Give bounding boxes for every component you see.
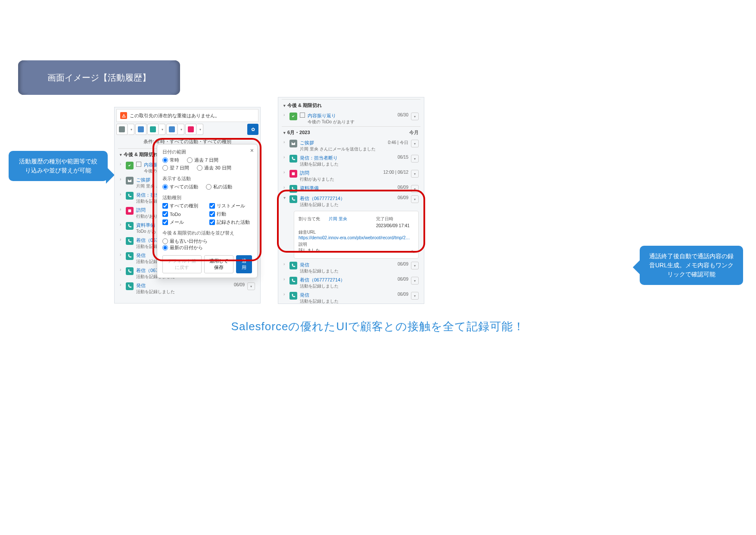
item-menu-button[interactable]: ▾ xyxy=(411,140,419,147)
item-title[interactable]: ご挨拶 xyxy=(300,140,385,146)
toolbar-note-button[interactable] xyxy=(135,124,146,135)
phone-icon xyxy=(126,252,134,260)
detail-url-value[interactable]: https://demo02.innov-era.com/pbx/webroot… xyxy=(299,235,414,240)
section-upcoming-label: 今後 & 期限切れ xyxy=(287,102,322,109)
toolbar-mail-dropdown[interactable]: ▾ xyxy=(128,124,134,135)
toolbar-mail-button[interactable] xyxy=(116,124,128,135)
footer-caption: Salesforceの優れたUIで顧客との接触を全て記録可能！ xyxy=(0,319,756,334)
item-meta: 06/15 xyxy=(398,155,408,160)
timeline-row[interactable]: › 発信 活動を記録しました 06/09 ▾ xyxy=(282,291,420,304)
edit-icon[interactable]: ✎ xyxy=(411,249,415,255)
mail-icon xyxy=(119,126,125,132)
toolbar-list-dropdown[interactable]: ▾ xyxy=(178,124,184,135)
section-month[interactable]: ▾ 6月・2023 今月 xyxy=(282,126,420,138)
todo-checkbox[interactable] xyxy=(300,113,305,118)
phone-icon xyxy=(289,262,297,269)
month-tag: 今月 xyxy=(409,129,419,136)
filter-activity-type-label: 活動種別 xyxy=(162,194,252,201)
activity-toolbar: ▾ ▾ ▾ ▾ ✿ xyxy=(116,124,258,135)
timeline-row-expanded[interactable]: ▾ 着信（0677772714） 活動を記録しました 06/09 ▾ xyxy=(282,194,420,209)
item-subtitle: 活動を記録しました xyxy=(300,161,395,167)
detail-desc-label: 説明 xyxy=(299,241,329,247)
timeline-row[interactable]: › 着信（0677772714） 活動を記録しました 06/09 ▾ xyxy=(282,275,420,291)
popover-reset-button[interactable]: デフォルト値に戻す xyxy=(162,255,202,273)
chevron-right-icon: › xyxy=(283,170,287,175)
detail-assignee-value[interactable]: 片岡 里央 xyxy=(329,216,376,222)
timeline-row[interactable]: › 発信：担当者断り 活動を記録しました 06/15 ▾ xyxy=(282,153,420,169)
toolbar-settings-button[interactable]: ✿ xyxy=(247,124,258,135)
page-title: 画面イメージ【活動履歴】 xyxy=(47,72,151,84)
chk-type-todo[interactable]: ToDo xyxy=(162,211,205,217)
chk-type-all[interactable]: すべての種別 xyxy=(162,203,205,209)
popover-save-button[interactable]: 適用して保存 xyxy=(204,255,233,273)
item-subtitle: 今後の ToDo があります xyxy=(308,119,395,125)
toolbar-list-button[interactable] xyxy=(166,124,177,135)
section-upcoming-r[interactable]: ▾ 今後 & 期限切れ xyxy=(282,99,420,111)
item-menu-button[interactable]: ▾ xyxy=(247,282,255,290)
radio-date-past7[interactable]: 過去 7 日間 xyxy=(187,157,218,163)
radio-activity-mine[interactable]: 私の活動 xyxy=(206,184,232,190)
item-menu-button[interactable]: ▾ xyxy=(411,262,419,269)
chevron-down-icon: ▾ xyxy=(120,153,122,157)
warning-icon: ⚠ xyxy=(120,112,127,119)
radio-date-past30[interactable]: 過去 30 日間 xyxy=(197,165,231,171)
item-title[interactable]: 発信：担当者断り xyxy=(300,155,395,161)
timeline-row[interactable]: › 内容振り返り 今後の ToDo があります 06/30 ▾ xyxy=(282,111,420,126)
todo-icon xyxy=(126,162,134,169)
chevron-down-icon: ▾ xyxy=(283,103,286,108)
radio-date-next7[interactable]: 翌 7 日間 xyxy=(162,165,189,171)
chevron-right-icon: › xyxy=(283,292,287,297)
item-meta: 06/09 xyxy=(398,262,408,266)
filter-activity-display-label: 表示する活動 xyxy=(162,175,252,182)
todo-checkbox[interactable] xyxy=(136,162,141,167)
timeline-row[interactable]: › 発信 活動を記録しました 06/09 ▾ xyxy=(118,281,257,296)
popover-close-button[interactable]: × xyxy=(250,147,254,154)
timeline-row[interactable]: › 訪問 行動がありました 12:00 | 06/12 ▾ xyxy=(282,169,420,184)
popover-apply-button[interactable]: 適用 xyxy=(236,255,252,273)
radio-sort-newest[interactable]: 最新の日付から xyxy=(162,244,252,251)
detail-assignee-label: 割り当て先 xyxy=(299,216,329,222)
toolbar-phone-dropdown[interactable]: ▾ xyxy=(159,124,165,135)
item-menu-button[interactable]: ▾ xyxy=(411,185,419,193)
item-title[interactable]: 発信 xyxy=(136,282,231,289)
item-title[interactable]: 着信（0677772714） xyxy=(300,277,395,283)
phone-icon xyxy=(126,282,134,290)
item-menu-button[interactable]: ▾ xyxy=(411,292,419,300)
item-menu-button[interactable]: ▾ xyxy=(411,277,419,285)
chevron-right-icon: › xyxy=(120,237,123,242)
radio-date-always[interactable]: 常時 xyxy=(162,157,179,163)
section-upcoming-label: 今後 & 期限切れ xyxy=(124,151,158,158)
chk-type-logged[interactable]: 記録された活動 xyxy=(209,219,252,225)
item-meta: 06/09 xyxy=(398,277,408,282)
item-title[interactable]: 内容振り返り xyxy=(308,113,395,119)
cal-icon xyxy=(289,170,297,178)
item-meta: 06/09 xyxy=(398,292,408,297)
filter-sort-label: 今後 & 期限切れの活動を並び替え xyxy=(162,230,252,236)
item-menu-button[interactable]: ▾ xyxy=(411,170,419,178)
item-menu-button[interactable]: ▾ xyxy=(411,113,419,120)
item-title[interactable]: 資料準備 xyxy=(300,185,395,191)
chevron-right-icon: › xyxy=(283,185,287,190)
item-menu-button[interactable]: ▾ xyxy=(411,155,419,163)
timeline-row[interactable]: › ご挨拶 片岡 里央 さんにメールを送信しました 0:46 | 今日 ▾ xyxy=(282,138,420,153)
toolbar-calendar-dropdown[interactable]: ▾ xyxy=(197,124,203,135)
chevron-right-icon: › xyxy=(120,192,123,197)
chk-type-event[interactable]: 行動 xyxy=(209,211,252,217)
timeline-row[interactable]: › 資料準備 06/09 ▾ xyxy=(282,184,420,194)
item-title[interactable]: 発信 xyxy=(300,262,395,268)
toolbar-phone-button[interactable] xyxy=(147,124,159,135)
radio-activity-all[interactable]: すべての活動 xyxy=(162,184,198,190)
item-title[interactable]: 着信（0677772714） xyxy=(300,195,395,202)
chk-type-mail[interactable]: メール xyxy=(162,219,205,225)
toolbar-calendar-button[interactable] xyxy=(185,124,196,135)
radio-sort-oldest[interactable]: 最も古い日付から xyxy=(162,238,252,244)
timeline-row[interactable]: › 発信 活動を記録しました 06/09 ▾ xyxy=(282,260,420,275)
item-meta: 06/30 xyxy=(398,113,408,117)
item-subtitle: 行動がありました xyxy=(300,176,381,182)
chk-type-listmail[interactable]: リストメール xyxy=(209,203,252,209)
item-menu-button[interactable]: ▾ xyxy=(411,195,419,203)
detail-done-value: 2023/06/09 17:41 xyxy=(376,223,410,228)
item-title[interactable]: 訪問 xyxy=(300,170,381,176)
item-title[interactable]: 発信 xyxy=(300,292,395,298)
filter-date-range-label: 日付の範囲 xyxy=(162,149,252,155)
